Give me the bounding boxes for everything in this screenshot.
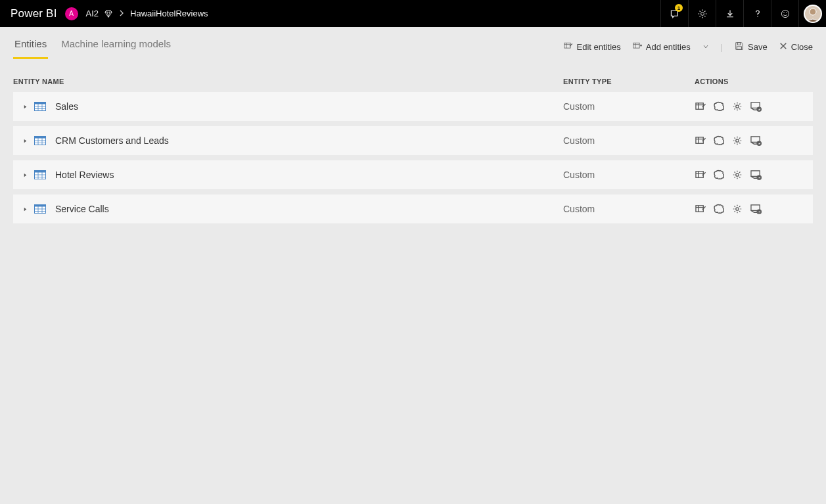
feedback-smile-button[interactable] — [771, 0, 798, 27]
toolbar-actions: Edit entities Add entities | Save Close — [564, 41, 813, 59]
table-row: Sales Custom — [13, 92, 813, 121]
entity-actions — [695, 203, 813, 215]
chevron-right-icon — [118, 9, 125, 18]
svg-rect-30 — [695, 205, 702, 211]
page-tabs: Entities Machine learning models — [13, 27, 172, 59]
entity-name[interactable]: Service Calls — [55, 204, 563, 214]
svg-rect-17 — [35, 137, 46, 139]
notifications-button[interactable]: 1 — [660, 0, 688, 27]
table-row: Hotel Reviews Custom — [13, 160, 813, 189]
save-button[interactable]: Save — [735, 41, 768, 53]
svg-rect-24 — [695, 171, 702, 177]
action-properties-icon[interactable] — [695, 101, 706, 112]
action-properties-icon[interactable] — [695, 135, 706, 147]
action-ml-brain-icon[interactable] — [713, 203, 725, 215]
table-icon — [34, 170, 46, 179]
entity-type: Custom — [563, 170, 695, 180]
workspace-avatar[interactable]: A — [65, 7, 78, 20]
edit-entities-label: Edit entities — [577, 42, 621, 52]
close-label: Close — [791, 42, 813, 52]
global-header: Power BI A AI2 HawaiiHotelReviews 1 — [0, 0, 826, 27]
action-settings-icon[interactable] — [731, 101, 743, 112]
svg-point-19 — [736, 139, 739, 142]
edit-entities-icon — [564, 41, 573, 53]
action-incremental-refresh-icon[interactable] — [750, 135, 762, 147]
action-properties-icon[interactable] — [695, 203, 706, 215]
row-expander[interactable] — [20, 103, 30, 110]
breadcrumb-page[interactable]: HawaiiHotelReviews — [130, 9, 208, 18]
svg-point-3 — [783, 12, 784, 12]
row-expander[interactable] — [20, 137, 30, 145]
table-icon — [34, 204, 46, 214]
action-settings-icon[interactable] — [731, 203, 743, 215]
workspace-initial: A — [69, 10, 74, 17]
add-entities-dropdown[interactable] — [702, 42, 709, 52]
action-properties-icon[interactable] — [695, 169, 706, 181]
svg-rect-8 — [737, 43, 740, 45]
edit-entities-button[interactable]: Edit entities — [564, 41, 621, 53]
action-ml-brain-icon[interactable] — [713, 169, 725, 181]
row-expander[interactable] — [20, 172, 30, 179]
svg-rect-18 — [695, 137, 702, 143]
svg-rect-11 — [35, 103, 46, 104]
svg-point-1 — [757, 16, 758, 16]
avatar — [804, 5, 822, 23]
entity-name[interactable]: Sales — [55, 101, 563, 112]
svg-rect-7 — [633, 43, 639, 48]
help-button[interactable] — [743, 0, 771, 27]
product-name: Power BI — [11, 7, 57, 20]
notification-badge: 1 — [675, 4, 683, 12]
entity-list: Sales Custom CRM Customers and Leads Cus… — [0, 92, 826, 223]
action-settings-icon[interactable] — [731, 135, 743, 147]
entity-type: Custom — [563, 135, 695, 146]
action-ml-brain-icon[interactable] — [713, 101, 725, 112]
settings-button[interactable] — [688, 0, 716, 27]
add-entities-button[interactable]: Add entities — [633, 41, 691, 53]
action-incremental-refresh-icon[interactable] — [750, 169, 762, 181]
table-row: CRM Customers and Leads Custom — [13, 126, 813, 155]
entity-type: Custom — [563, 204, 695, 214]
close-icon — [779, 42, 787, 52]
svg-rect-9 — [737, 47, 742, 49]
col-header-name: ENTITY NAME — [13, 78, 563, 85]
svg-point-5 — [810, 9, 816, 15]
svg-point-0 — [700, 12, 704, 15]
table-icon — [34, 102, 46, 111]
action-incremental-refresh-icon[interactable] — [750, 203, 762, 215]
action-ml-brain-icon[interactable] — [713, 135, 725, 147]
toolbar-separator: | — [721, 42, 723, 52]
add-entities-label: Add entities — [646, 42, 691, 52]
svg-rect-12 — [695, 103, 702, 108]
svg-point-13 — [736, 105, 739, 108]
save-icon — [735, 41, 744, 53]
entity-actions — [695, 135, 813, 147]
action-incremental-refresh-icon[interactable] — [750, 101, 762, 112]
save-label: Save — [748, 42, 768, 52]
page-toolbar: Entities Machine learning models Edit en… — [0, 27, 826, 59]
svg-point-2 — [781, 10, 789, 17]
action-settings-icon[interactable] — [731, 169, 743, 181]
col-header-actions: ACTIONS — [695, 78, 813, 85]
breadcrumb: AI2 HawaiiHotelReviews — [86, 9, 208, 18]
row-expander[interactable] — [20, 206, 30, 213]
col-header-type: ENTITY TYPE — [563, 78, 695, 85]
profile-button[interactable] — [798, 0, 826, 27]
svg-rect-6 — [564, 43, 570, 48]
entity-name[interactable]: Hotel Reviews — [55, 170, 563, 180]
download-button[interactable] — [716, 0, 743, 27]
add-entities-icon — [633, 41, 642, 53]
tab-ml-models[interactable]: Machine learning models — [60, 38, 172, 59]
tab-entities[interactable]: Entities — [13, 38, 48, 59]
table-row: Service Calls Custom — [13, 195, 813, 223]
svg-point-4 — [786, 12, 787, 12]
close-button[interactable]: Close — [779, 42, 813, 52]
table-header: ENTITY NAME ENTITY TYPE ACTIONS — [0, 59, 826, 92]
entity-name[interactable]: CRM Customers and Leads — [55, 135, 563, 146]
table-icon — [34, 136, 46, 145]
breadcrumb-workspace[interactable]: AI2 — [86, 9, 99, 18]
svg-rect-29 — [35, 205, 46, 207]
premium-diamond-icon — [104, 9, 113, 18]
entity-actions — [695, 169, 813, 181]
header-right: 1 — [660, 0, 826, 27]
svg-point-25 — [736, 173, 739, 176]
